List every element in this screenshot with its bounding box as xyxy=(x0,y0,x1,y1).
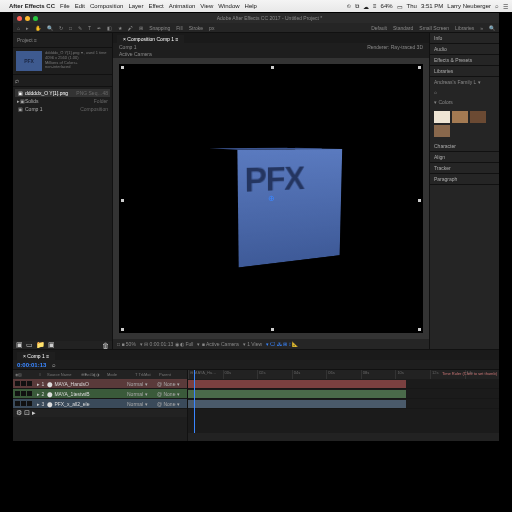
timeline-tracks[interactable]: ⊟ MAYA_Ha… 00s 02s 04s 06s 08s 10s 12s 1… xyxy=(188,370,499,441)
asset-thumbnail[interactable]: PFX xyxy=(16,51,42,71)
fill-label[interactable]: Fill xyxy=(176,25,182,31)
renderer-label[interactable]: Renderer: Ray-traced 3D xyxy=(367,44,423,50)
spotlight-icon[interactable]: ⌕ xyxy=(495,3,499,9)
wifi-icon[interactable]: ≡ xyxy=(373,3,377,9)
anchor-point-icon[interactable]: ⊕ xyxy=(267,195,275,203)
menu-animation[interactable]: Animation xyxy=(169,3,196,9)
workspace-libraries[interactable]: Libraries xyxy=(455,25,474,31)
zoom-tool-icon[interactable]: 🔍 xyxy=(47,25,53,31)
project-item[interactable]: ▣ dddddx_O Y[1].png PNG Seq…48 xyxy=(15,89,110,97)
camera-dropdown[interactable]: ▾ ■ Active Camera xyxy=(197,341,238,347)
bin-icon[interactable]: ▭ xyxy=(26,341,33,349)
layer-bar[interactable] xyxy=(188,380,406,388)
parent-dropdown[interactable]: @ None ▾ xyxy=(157,401,187,407)
color-swatch[interactable] xyxy=(434,125,450,137)
workspace-more-icon[interactable]: » xyxy=(480,25,483,31)
panel-effects[interactable]: Effects & Presets xyxy=(430,55,499,66)
window-titlebar[interactable]: Adobe After Effects CC 2017 - Untitled P… xyxy=(13,13,499,23)
breadcrumb[interactable]: Comp 1 xyxy=(119,44,137,50)
minimize-icon[interactable] xyxy=(25,16,30,21)
layer-name[interactable]: ⬤ MAYA_HandsO xyxy=(45,381,127,387)
shape-tool-icon[interactable]: ★ xyxy=(118,25,122,31)
timeline-scrollbar[interactable] xyxy=(188,433,499,441)
visibility-toggle-icon[interactable] xyxy=(15,381,20,386)
workspace-standard[interactable]: Standard xyxy=(393,25,413,31)
composition-viewport[interactable]: PFX ⊕ xyxy=(113,58,429,339)
visibility-toggle-icon[interactable] xyxy=(15,401,20,406)
parent-dropdown[interactable]: @ None ▾ xyxy=(157,381,187,387)
notification-icon[interactable]: ☰ xyxy=(503,3,508,10)
blend-mode-dropdown[interactable]: Normal ▾ xyxy=(127,381,157,387)
layer-row[interactable]: ▸ 2 ⬤ MAYA_1testwiB Normal ▾ @ None ▾ xyxy=(13,389,187,399)
puppet-tool-icon[interactable]: ⊞ xyxy=(139,25,143,31)
project-item-list[interactable]: ▣ dddddx_O Y[1].png PNG Seq…48 ▸▣ Solids… xyxy=(13,87,112,341)
color-swatch[interactable] xyxy=(470,111,486,123)
roto-tool-icon[interactable]: 🖌 xyxy=(128,25,133,31)
project-search-input[interactable]: ⌕ xyxy=(13,75,112,87)
zoom-dropdown[interactable]: □ ■ 50% xyxy=(117,341,136,347)
new-comp-icon[interactable]: ▣ xyxy=(48,341,55,349)
clock-time[interactable]: 3:51 PM xyxy=(421,3,443,9)
panel-info[interactable]: Info xyxy=(430,33,499,44)
menu-composition[interactable]: Composition xyxy=(90,3,123,9)
trash-icon[interactable]: 🗑 xyxy=(102,342,109,349)
timeline-footer-toggles[interactable]: ⚙ ⊡ ▸ xyxy=(13,409,187,417)
user-name[interactable]: Larry Neuberger xyxy=(447,3,491,9)
layer-row[interactable]: ▸ 1 ⬤ MAYA_HandsO Normal ▾ @ None ▾ xyxy=(13,379,187,389)
stroke-label[interactable]: Stroke xyxy=(189,25,203,31)
colors-section-label[interactable]: ▾ Colors xyxy=(430,97,499,107)
views-dropdown[interactable]: ▾ 1 View xyxy=(243,341,262,347)
library-search-input[interactable]: ⌕ xyxy=(430,87,499,97)
current-timecode[interactable]: 0:00:01:13 xyxy=(17,362,46,368)
battery-icon[interactable]: ▭ xyxy=(397,3,403,10)
menu-file[interactable]: File xyxy=(60,3,70,9)
clone-tool-icon[interactable]: ◧ xyxy=(107,25,112,31)
menu-layer[interactable]: Layer xyxy=(128,3,143,9)
panel-tracker[interactable]: Tracker xyxy=(430,163,499,174)
menu-view[interactable]: View xyxy=(200,3,213,9)
menu-edit[interactable]: Edit xyxy=(75,3,85,9)
battery-status[interactable]: 64% xyxy=(381,3,393,9)
clock-day[interactable]: Thu xyxy=(407,3,417,9)
active-camera-label[interactable]: Active Camera xyxy=(113,51,429,58)
layer-name[interactable]: ⬤ MAYA_1testwiB xyxy=(45,391,127,397)
pen-tool-icon[interactable]: ✎ xyxy=(78,25,82,31)
search-help-icon[interactable]: 🔍 xyxy=(489,25,495,31)
zoom-icon[interactable] xyxy=(33,16,38,21)
time-ruler[interactable]: ⊟ MAYA_Ha… 00s 02s 04s 06s 08s 10s 12s 1… xyxy=(188,370,499,379)
status-icon[interactable]: ⎋ xyxy=(347,3,351,9)
timeline-search-input[interactable]: ⌕ xyxy=(52,362,56,368)
panel-character[interactable]: Character xyxy=(430,141,499,152)
resolution-dropdown[interactable]: ▾ ⊟ 0:00:01:13 ◉ ◐ Full xyxy=(140,341,194,347)
home-icon[interactable]: ⌂ xyxy=(17,25,20,31)
panel-libraries[interactable]: Libraries xyxy=(430,66,499,77)
tab-timeline-comp[interactable]: × Comp 1 ≡ xyxy=(17,352,55,360)
panel-align[interactable]: Align xyxy=(430,152,499,163)
layer-row[interactable]: ▸ 3 ⬤ PFX_x_all2_ele Normal ▾ @ None ▾ xyxy=(13,399,187,409)
layer-name[interactable]: ⬤ PFX_x_all2_ele xyxy=(45,401,127,407)
rect-tool-icon[interactable]: □ xyxy=(69,25,72,31)
panel-audio[interactable]: Audio xyxy=(430,44,499,55)
library-name-dropdown[interactable]: Andreas's Family L ▾ xyxy=(430,77,499,87)
selection-tool-icon[interactable]: ▸ xyxy=(26,25,29,31)
new-folder-icon[interactable]: 📁 xyxy=(36,341,45,349)
layer-bar[interactable] xyxy=(188,400,406,408)
snapping-label[interactable]: Snapping xyxy=(149,25,170,31)
color-swatch[interactable] xyxy=(452,111,468,123)
playhead[interactable] xyxy=(194,370,195,441)
project-item[interactable]: ▸▣ Solids Folder xyxy=(15,97,110,105)
parent-dropdown[interactable]: @ None ▾ xyxy=(157,391,187,397)
panel-paragraph[interactable]: Paragraph xyxy=(430,174,499,185)
blend-mode-dropdown[interactable]: Normal ▾ xyxy=(127,401,157,407)
brush-tool-icon[interactable]: ✒ xyxy=(97,25,101,31)
project-panel-title[interactable]: Project ≡ xyxy=(13,33,112,48)
hand-tool-icon[interactable]: ✋ xyxy=(35,25,41,31)
layer-bar[interactable] xyxy=(188,390,406,398)
status-icon[interactable]: ⧉ xyxy=(355,3,359,10)
workspace-default[interactable]: Default xyxy=(371,25,387,31)
close-icon[interactable] xyxy=(17,16,22,21)
blend-mode-dropdown[interactable]: Normal ▾ xyxy=(127,391,157,397)
app-name[interactable]: After Effects CC xyxy=(9,3,55,9)
viewer-options-icons[interactable]: ▾ 🖵 🖧 ⊞ ⟟ 📐 xyxy=(266,341,298,348)
status-icon[interactable]: ☁ xyxy=(363,3,369,10)
